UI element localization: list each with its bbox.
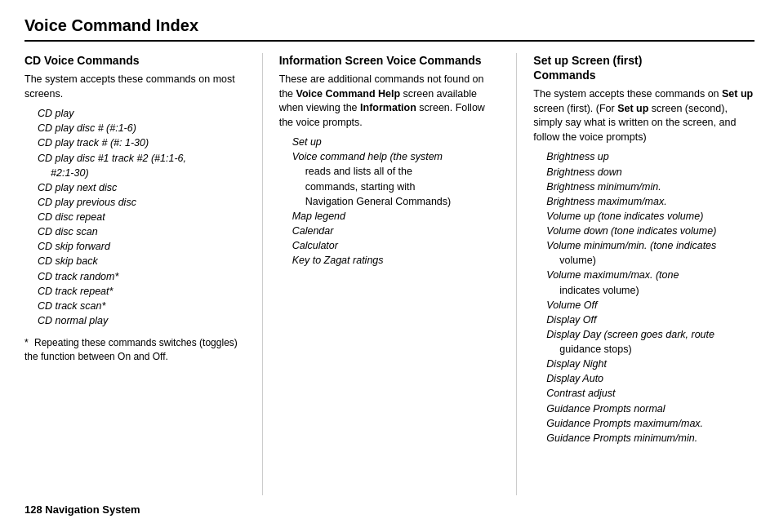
page-footer: 128 Navigation System (24, 503, 755, 516)
list-item: guidance stops) (533, 342, 755, 357)
list-item: Display Night (533, 357, 755, 371)
list-item: reads and lists all of the (279, 164, 501, 179)
info-screen-items: Set up Voice command help (the system re… (279, 135, 501, 268)
list-item: CD skip forward (24, 239, 246, 254)
list-item: CD disc repeat (24, 210, 246, 224)
footnote-text: Repeating these commands switches (toggl… (24, 337, 238, 362)
setup-screen-items: Brightness up Brightness down Brightness… (533, 149, 755, 446)
list-item: CD play track # (#: 1-30) (24, 135, 246, 150)
setup-screen-intro: The system accepts these commands on Set… (533, 87, 755, 144)
list-item: Brightness up (533, 149, 755, 164)
list-item: CD disc scan (24, 224, 246, 239)
list-item: CD play disc #1 track #2 (#1:1-6, (24, 151, 246, 166)
list-item: Voice command help (the system (279, 149, 501, 164)
list-item: Calculator (279, 238, 501, 253)
list-item: CD play previous disc (24, 195, 246, 210)
page-title: Voice Command Index (24, 16, 755, 35)
list-item: commands, starting with (279, 180, 501, 194)
cd-voice-title: CD Voice Commands (24, 53, 246, 68)
column-setup-screen: Set up Screen (first)Commands The system… (517, 53, 755, 495)
list-item: volume) (533, 253, 755, 268)
column-info-screen: Information Screen Voice Commands These … (263, 53, 518, 495)
info-screen-title: Information Screen Voice Commands (279, 53, 501, 68)
list-item: Guidance Prompts maximum/max. (533, 416, 755, 431)
list-item: CD play (24, 106, 246, 121)
list-item: Display Day (screen goes dark, route (533, 327, 755, 342)
list-item: Map legend (279, 209, 501, 224)
list-item: Brightness down (533, 165, 755, 180)
cd-voice-intro: The system accepts these commands on mos… (24, 73, 246, 101)
list-item: Guidance Prompts normal (533, 401, 755, 416)
list-item: Guidance Prompts minimum/min. (533, 431, 755, 446)
list-item: Volume up (tone indicates volume) (533, 209, 755, 224)
list-item: Volume down (tone indicates volume) (533, 224, 755, 238)
setup-bold2: Set up (617, 103, 648, 114)
list-item: CD track random* (24, 269, 246, 284)
list-item: CD play next disc (24, 180, 246, 195)
list-item: CD track repeat* (24, 284, 246, 299)
list-item: Set up (279, 135, 501, 149)
list-item: Volume Off (533, 298, 755, 313)
list-item: Navigation General Commands) (279, 194, 501, 209)
list-item: #2:1-30) (24, 166, 246, 180)
list-item: indicates volume) (533, 283, 755, 298)
list-item: Brightness minimum/min. (533, 180, 755, 194)
cd-voice-items: CD play CD play disc # (#:1-6) CD play t… (24, 106, 246, 328)
footnote-star: * (24, 337, 29, 348)
list-item: CD skip back (24, 254, 246, 268)
cd-voice-footnote: * Repeating these commands switches (tog… (24, 336, 246, 364)
voice-command-help-bold: Voice Command Help (296, 88, 401, 100)
list-item: Brightness maximum/max. (533, 194, 755, 209)
list-item: Display Auto (533, 371, 755, 386)
list-item: CD track scan* (24, 299, 246, 313)
list-item: Key to Zagat ratings (279, 253, 501, 268)
column-cd-voice: CD Voice Commands The system accepts the… (24, 53, 263, 495)
title-divider (24, 40, 755, 42)
list-item: CD play disc # (#:1-6) (24, 121, 246, 135)
setup-bold1: Set up (722, 88, 753, 100)
list-item: Volume maximum/max. (tone (533, 268, 755, 282)
list-item: Calendar (279, 224, 501, 238)
columns-container: CD Voice Commands The system accepts the… (24, 53, 755, 495)
list-item: Contrast adjust (533, 386, 755, 401)
page-container: Voice Command Index CD Voice Commands Th… (0, 0, 779, 532)
list-item: Volume minimum/min. (tone indicates (533, 238, 755, 253)
list-item: CD normal play (24, 313, 246, 328)
list-item: Display Off (533, 313, 755, 327)
setup-screen-title: Set up Screen (first)Commands (533, 53, 755, 82)
info-screen-intro: These are additional commands not found … (279, 73, 501, 130)
information-bold: Information (360, 102, 416, 113)
